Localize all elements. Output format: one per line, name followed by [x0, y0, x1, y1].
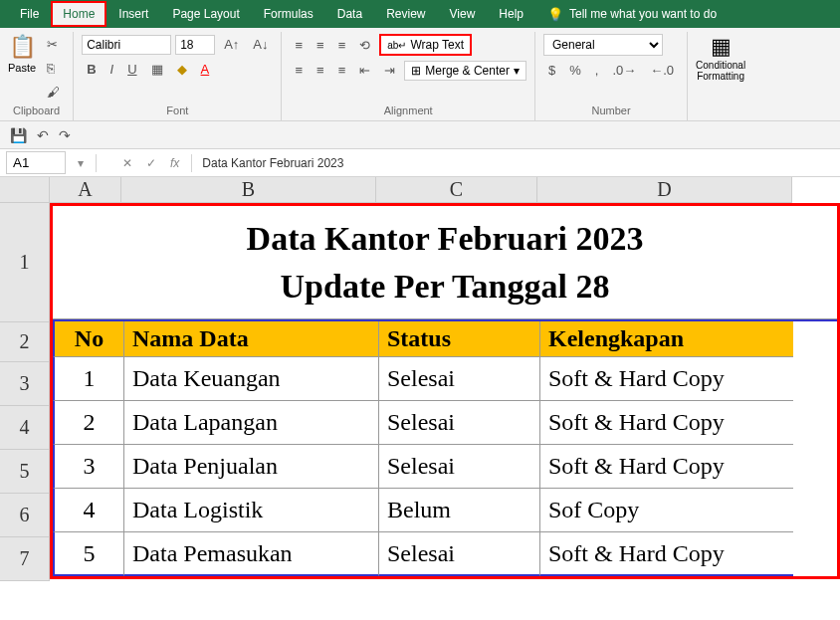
cut-button[interactable]: ✂ [42, 34, 65, 55]
header-status[interactable]: Status [379, 321, 540, 357]
align-bottom-button[interactable]: ≡ [333, 35, 351, 56]
fx-button[interactable]: fx [164, 154, 185, 172]
format-painter-button[interactable]: 🖌 [42, 82, 65, 103]
row-header-5[interactable]: 5 [0, 450, 50, 494]
cell-no[interactable]: 5 [53, 532, 124, 576]
fill-color-button[interactable]: ◆ [172, 59, 192, 80]
col-header-a[interactable]: A [50, 177, 121, 203]
redo-button[interactable]: ↷ [59, 127, 71, 143]
tab-data[interactable]: Data [325, 1, 374, 27]
save-button[interactable]: 💾 [10, 127, 27, 143]
font-label: Font [82, 103, 273, 120]
cell-nama[interactable]: Data Pemasukan [124, 532, 379, 576]
title-cell[interactable]: Data Kantor Februari 2023 Update Per Tan… [53, 206, 837, 319]
select-all-corner[interactable] [0, 177, 50, 203]
name-box[interactable] [6, 151, 66, 174]
border-button[interactable]: ▦ [146, 59, 168, 80]
font-color-button[interactable]: A [196, 59, 215, 80]
row-header-4[interactable]: 4 [0, 406, 50, 450]
decrease-decimal-button[interactable]: ←.0 [645, 60, 679, 81]
cell-nama[interactable]: Data Lapangan [124, 401, 379, 445]
cell-kel[interactable]: Soft & Hard Copy [540, 532, 793, 576]
comma-button[interactable]: , [590, 60, 604, 81]
row-header-1[interactable]: 1 [0, 203, 50, 322]
row-header-3[interactable]: 3 [0, 362, 50, 406]
tab-review[interactable]: Review [374, 1, 437, 27]
increase-decimal-button[interactable]: .0→ [607, 60, 641, 81]
formula-input[interactable]: Data Kantor Februari 2023 [192, 153, 353, 173]
table-row: 4 Data Logistik Belum Sof Copy [53, 489, 837, 532]
cell-no[interactable]: 2 [53, 401, 124, 445]
undo-button[interactable]: ↶ [37, 127, 49, 143]
currency-button[interactable]: $ [543, 60, 560, 81]
paste-button[interactable]: 📋 Paste [8, 34, 36, 74]
cell-status[interactable]: Belum [379, 489, 540, 532]
cell-nama[interactable]: Data Keuangan [124, 357, 379, 401]
quick-access-toolbar: 💾 ↶ ↷ [0, 121, 840, 149]
tell-me-search[interactable]: 💡 Tell me what you want to do [535, 7, 717, 22]
col-header-b[interactable]: B [121, 177, 376, 203]
underline-button[interactable]: U [122, 59, 141, 80]
font-name-select[interactable] [82, 35, 171, 55]
header-nama[interactable]: Nama Data [124, 321, 379, 357]
row-header-6[interactable]: 6 [0, 494, 50, 537]
formula-bar: ▾ ✕ ✓ fx Data Kantor Februari 2023 [0, 149, 840, 177]
align-middle-button[interactable]: ≡ [312, 35, 329, 56]
group-font: A↑ A↓ B I U ▦ ◆ A Font [74, 32, 282, 120]
align-top-button[interactable]: ≡ [290, 35, 308, 56]
cancel-formula-button[interactable]: ✕ [116, 154, 138, 172]
cell-status[interactable]: Selesai [379, 532, 540, 576]
clipboard-label: Clipboard [8, 103, 65, 120]
decrease-font-button[interactable]: A↓ [248, 34, 273, 55]
merge-icon: ⊞ [411, 64, 421, 78]
paste-icon: 📋 [9, 34, 36, 60]
col-header-c[interactable]: C [376, 177, 537, 203]
wrap-text-button[interactable]: ab↵ Wrap Text [379, 34, 472, 56]
cell-nama[interactable]: Data Logistik [124, 489, 379, 532]
increase-indent-button[interactable]: ⇥ [379, 60, 400, 81]
tab-view[interactable]: View [438, 1, 488, 27]
cell-status[interactable]: Selesai [379, 401, 540, 445]
number-format-select[interactable]: General [543, 34, 663, 56]
cell-kel[interactable]: Soft & Hard Copy [540, 445, 793, 489]
cell-kel[interactable]: Soft & Hard Copy [540, 357, 793, 401]
tab-file[interactable]: File [8, 1, 51, 27]
cell-kel[interactable]: Sof Copy [540, 489, 793, 532]
enter-formula-button[interactable]: ✓ [140, 154, 162, 172]
conditional-formatting-button[interactable]: ▦ Conditional Formatting [696, 34, 745, 82]
wrap-text-icon: ab↵ [387, 40, 406, 51]
header-kelengkapan[interactable]: Kelengkapan [540, 321, 793, 357]
cell-no[interactable]: 4 [53, 489, 124, 532]
sheet-area: 1 2 3 4 5 6 7 A B C D Page 1 Data Kantor… [0, 177, 840, 581]
tab-page-layout[interactable]: Page Layout [160, 1, 251, 27]
col-header-d[interactable]: D [537, 177, 792, 203]
cell-no[interactable]: 1 [53, 357, 124, 401]
row-header-7[interactable]: 7 [0, 537, 50, 581]
header-no[interactable]: No [53, 321, 124, 357]
cell-no[interactable]: 3 [53, 445, 124, 489]
italic-button[interactable]: I [105, 59, 119, 80]
copy-button[interactable]: ⎘ [42, 58, 65, 79]
cell-nama[interactable]: Data Penjualan [124, 445, 379, 489]
tab-help[interactable]: Help [487, 1, 535, 27]
row-header-2[interactable]: 2 [0, 322, 50, 362]
bold-button[interactable]: B [82, 59, 101, 80]
dropdown-icon[interactable]: ▾ [72, 154, 90, 172]
alignment-label: Alignment [290, 103, 525, 120]
cell-kel[interactable]: Soft & Hard Copy [540, 401, 793, 445]
align-left-button[interactable]: ≡ [290, 60, 308, 81]
increase-font-button[interactable]: A↑ [219, 34, 244, 55]
merge-center-button[interactable]: ⊞ Merge & Center ▾ [404, 61, 526, 81]
align-center-button[interactable]: ≡ [312, 60, 329, 81]
orientation-button[interactable]: ⟲ [354, 35, 375, 56]
percent-button[interactable]: % [564, 60, 586, 81]
tab-home[interactable]: Home [51, 1, 106, 27]
cell-status[interactable]: Selesai [379, 357, 540, 401]
tab-insert[interactable]: Insert [106, 1, 160, 27]
tab-formulas[interactable]: Formulas [252, 1, 325, 27]
cell-status[interactable]: Selesai [379, 445, 540, 489]
align-right-button[interactable]: ≡ [333, 60, 351, 81]
group-number: General $ % , .0→ ←.0 Number [535, 32, 688, 120]
decrease-indent-button[interactable]: ⇤ [354, 60, 375, 81]
font-size-select[interactable] [175, 35, 215, 55]
